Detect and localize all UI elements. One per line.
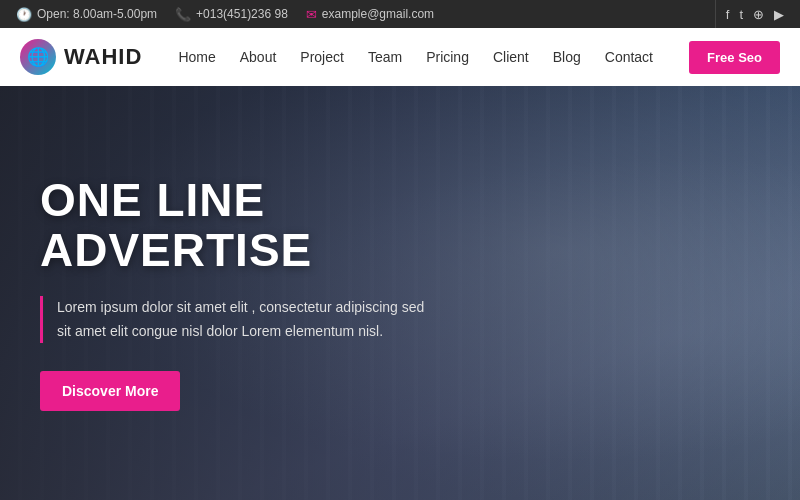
- hero-title: ONE LINE ADVERTISE: [40, 175, 480, 276]
- email-item: ✉ example@gmail.com: [306, 7, 434, 22]
- hero-description: Lorem ipsum dolor sit amet elit , consec…: [57, 296, 480, 344]
- navbar: 🌐 WAHID Home About Project Team Pricing …: [0, 28, 800, 86]
- phone-label: +013(451)236 98: [196, 7, 288, 21]
- hero-desc-line1: Lorem ipsum dolor sit amet elit , consec…: [57, 299, 424, 315]
- top-bar-left: 🕐 Open: 8.00am-5.00pm 📞 +013(451)236 98 …: [16, 7, 434, 22]
- hero-desc-line2: sit amet elit congue nisl dolor Lorem el…: [57, 323, 383, 339]
- nav-item-team[interactable]: Team: [368, 48, 402, 66]
- hero-section: ONE LINE ADVERTISE Lorem ipsum dolor sit…: [0, 86, 800, 500]
- nav-item-home[interactable]: Home: [178, 48, 215, 66]
- nav-item-client[interactable]: Client: [493, 48, 529, 66]
- nav-link-client[interactable]: Client: [493, 49, 529, 65]
- nav-item-project[interactable]: Project: [300, 48, 344, 66]
- discover-more-button[interactable]: Discover More: [40, 371, 180, 411]
- logo-icon: 🌐: [20, 39, 56, 75]
- nav-link-contact[interactable]: Contact: [605, 49, 653, 65]
- divider: [715, 0, 716, 28]
- nav-item-contact[interactable]: Contact: [605, 48, 653, 66]
- nav-link-blog[interactable]: Blog: [553, 49, 581, 65]
- nav-link-project[interactable]: Project: [300, 49, 344, 65]
- hours-label: Open: 8.00am-5.00pm: [37, 7, 157, 21]
- clock-icon: 🕐: [16, 7, 32, 22]
- logo[interactable]: 🌐 WAHID: [20, 39, 142, 75]
- nav-link-home[interactable]: Home: [178, 49, 215, 65]
- free-seo-button[interactable]: Free Seo: [689, 41, 780, 74]
- top-bar-right: f t ⊕ ▶: [715, 0, 784, 28]
- hours-item: 🕐 Open: 8.00am-5.00pm: [16, 7, 157, 22]
- nav-item-blog[interactable]: Blog: [553, 48, 581, 66]
- hero-description-box: Lorem ipsum dolor sit amet elit , consec…: [40, 296, 480, 344]
- email-icon: ✉: [306, 7, 317, 22]
- nav-link-about[interactable]: About: [240, 49, 277, 65]
- youtube-icon[interactable]: ▶: [774, 7, 784, 22]
- top-bar: 🕐 Open: 8.00am-5.00pm 📞 +013(451)236 98 …: [0, 0, 800, 28]
- nav-link-pricing[interactable]: Pricing: [426, 49, 469, 65]
- nav-item-pricing[interactable]: Pricing: [426, 48, 469, 66]
- twitter-icon[interactable]: t: [739, 7, 743, 22]
- nav-item-about[interactable]: About: [240, 48, 277, 66]
- hero-content: ONE LINE ADVERTISE Lorem ipsum dolor sit…: [0, 175, 520, 412]
- phone-item: 📞 +013(451)236 98: [175, 7, 288, 22]
- email-label: example@gmail.com: [322, 7, 434, 21]
- facebook-icon[interactable]: f: [726, 7, 730, 22]
- logo-text: WAHID: [64, 44, 142, 70]
- dribbble-icon[interactable]: ⊕: [753, 7, 764, 22]
- nav-link-team[interactable]: Team: [368, 49, 402, 65]
- phone-icon: 📞: [175, 7, 191, 22]
- nav-links: Home About Project Team Pricing Client B…: [178, 48, 653, 66]
